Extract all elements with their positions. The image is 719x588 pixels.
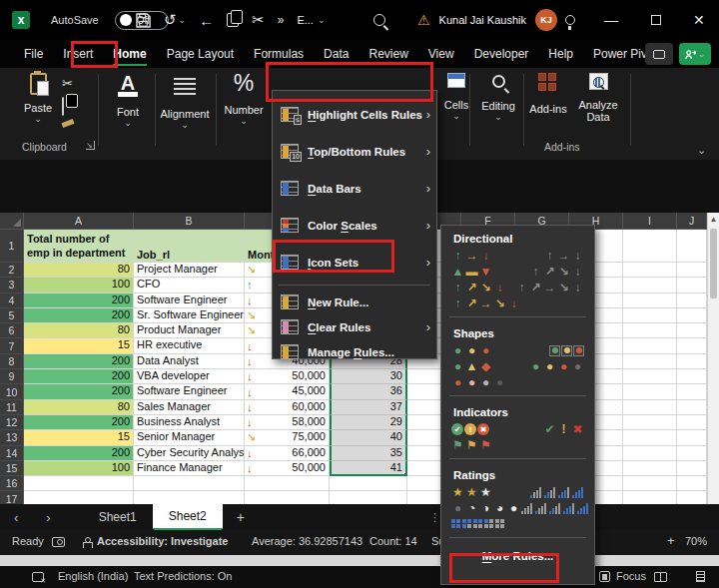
row-header-14[interactable]: 14 [0,446,24,461]
cell-b13[interactable]: Senior Manager [134,430,245,445]
cell[interactable] [677,230,707,263]
column-header-b[interactable]: B [134,213,245,230]
icon-set-option-row[interactable]: ↑→↓↑→↓ [441,248,594,264]
avatar[interactable]: KJ [535,9,557,31]
icon-set-option[interactable]: ●◔◑◕● [451,501,520,515]
cell-a6[interactable]: 80 [24,323,134,338]
format-painter-icon[interactable] [62,119,75,128]
menu-item-clear-rules[interactable]: Clear Rules› [273,314,436,339]
cell-a1[interactable]: Total number of emp in department [24,230,134,263]
icon-set-option[interactable] [451,519,505,529]
cell-a10[interactable]: 200 [24,384,134,399]
menu-item-data-bars[interactable]: Data Bars› [273,170,436,207]
language-status[interactable]: English (India) [58,570,128,582]
user-name[interactable]: Kunal Jai Kaushik [439,14,526,26]
new-sheet-button[interactable]: + [223,509,259,525]
cell-b8[interactable]: Data Analyst [134,354,245,369]
cell-b11[interactable]: Sales Manager [134,400,245,415]
cell[interactable] [677,384,707,399]
cell-a5[interactable]: 200 [24,308,134,323]
column-header-a[interactable]: A [24,213,134,230]
cell-d15[interactable]: 41 [330,461,407,476]
cell[interactable] [677,430,707,445]
icon-set-option[interactable]: ●▲◆ [451,359,492,373]
copy-button[interactable] [62,98,64,116]
icon-set-option-row[interactable]: ▲▬▼↑↗↘↓ [441,264,594,280]
cell[interactable] [677,415,707,430]
font-group-button[interactable]: A Font ⌄ [104,74,152,128]
row-header-4[interactable]: 4 [0,294,24,308]
icon-set-option-row[interactable]: ●▲◆●●●● [441,358,594,374]
cell[interactable] [623,461,677,476]
menu-item-manage-rules[interactable]: Manage Rules... [273,339,436,364]
icon-set-option-row[interactable]: ●●● [441,342,594,358]
accessibility-status[interactable]: Accessibility: Investigate [97,535,228,547]
cell[interactable] [623,323,677,338]
ribbon-tab-page-layout[interactable]: Page Layout [157,42,244,66]
cell[interactable] [623,400,677,415]
menu-item-top-bottom-rules[interactable]: 10Top/Bottom Rules› [273,133,436,170]
cell[interactable] [623,278,677,293]
tab-overflow-icon[interactable]: ⋮ [429,511,440,524]
text-predictions-status[interactable]: Text Predictions: On [134,570,232,582]
cell[interactable] [134,476,245,491]
ribbon-tab-formulas[interactable]: Formulas [244,42,314,66]
cell-a14[interactable]: 200 [24,446,134,461]
scrollbar-thumb[interactable] [710,229,717,298]
number-group-button[interactable]: % Number ⌄ [219,70,269,126]
menu-item-icon-sets[interactable]: Icon Sets› [273,244,436,281]
page-layout-icon[interactable] [696,571,705,582]
alignment-group-button[interactable]: Alignment ⌄ [158,74,212,130]
maximize-button[interactable] [651,15,661,25]
row-header-6[interactable]: 6 [0,323,24,338]
icon-set-option[interactable]: ●●●● [451,375,506,389]
cell-c9[interactable]: 50,000↓ [245,369,330,384]
clipboard-dialog-launcher[interactable]: ↘ [86,141,95,150]
copy-icon[interactable] [227,13,239,27]
ribbon-tab-file[interactable]: File [14,42,53,66]
cell[interactable] [623,491,677,504]
next-sheet-icon[interactable]: › [32,510,64,525]
icon-set-option[interactable]: ★★★ [451,485,492,499]
cell[interactable] [623,230,677,263]
save-icon[interactable] [136,13,151,28]
cell[interactable] [623,369,677,384]
cell[interactable] [134,491,245,504]
cell-c11[interactable]: 60,000↓ [245,400,330,415]
search-icon[interactable] [373,14,385,26]
scroll-up-icon[interactable]: ▲ [708,213,719,227]
cell[interactable] [677,308,707,323]
cell[interactable] [677,354,707,369]
cell[interactable] [623,476,677,491]
cell[interactable] [677,278,707,293]
focus-button[interactable]: Focus [616,570,646,582]
cell-b15[interactable]: Finance Manager [134,461,245,476]
cell[interactable] [623,415,677,430]
icon-set-option-row[interactable] [441,516,594,532]
macro-record-icon[interactable] [52,537,65,547]
more-rules-menu-item[interactable]: More Rules... [441,541,594,562]
icon-set-option[interactable]: ✔!✖ [543,422,584,436]
prev-sheet-icon[interactable]: ‹ [0,510,32,525]
row-header-11[interactable]: 11 [0,400,24,415]
menu-item-color-scales[interactable]: Color Scales› [273,207,436,244]
icon-set-option[interactable]: ↑↗↘↓ [451,281,506,294]
cell-d12[interactable]: 29 [330,415,407,430]
ribbon-tab-data[interactable]: Data [314,42,359,66]
cell[interactable] [623,308,677,323]
icon-set-option[interactable]: ▲▬▼ [451,265,492,279]
row-header-2[interactable]: 2 [0,263,24,278]
more-commands-icon[interactable]: » [278,13,285,27]
row-header-16[interactable]: 16 [0,476,24,491]
row-header-8[interactable]: 8 [0,354,24,369]
icon-set-option-row[interactable]: ⚑⚑⚑ [441,437,594,453]
reading-view-icon[interactable] [654,572,667,582]
cut-button[interactable]: ✂ [62,76,73,91]
cell-a15[interactable]: 100 [24,461,134,476]
icon-set-option-row[interactable]: ★★★ [441,484,594,500]
close-button[interactable]: ✕ [693,12,705,28]
cell[interactable] [24,476,134,491]
zoom-in-button[interactable]: + [667,533,675,548]
row-header-15[interactable]: 15 [0,461,24,476]
cell[interactable] [330,476,407,491]
